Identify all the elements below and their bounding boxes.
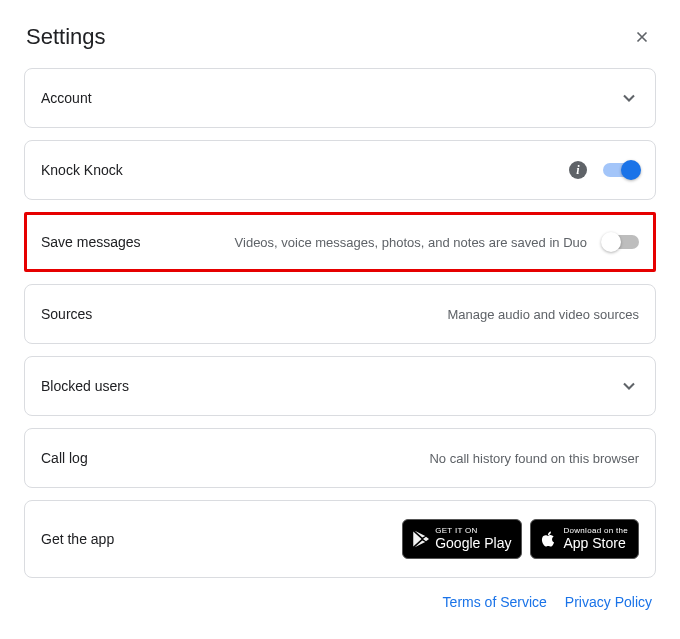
account-row[interactable]: Account	[24, 68, 656, 128]
save-messages-desc: Videos, voice messages, photos, and note…	[235, 235, 587, 250]
save-messages-toggle[interactable]	[603, 235, 639, 249]
chevron-down-icon	[619, 88, 639, 108]
blocked-users-row[interactable]: Blocked users	[24, 356, 656, 416]
settings-header: Settings	[24, 24, 656, 50]
google-play-large: Google Play	[435, 536, 511, 551]
save-messages-row: Save messages Videos, voice messages, ph…	[24, 212, 656, 272]
app-store-large: App Store	[563, 536, 628, 551]
save-messages-label: Save messages	[41, 234, 141, 250]
apple-icon	[539, 529, 557, 549]
knock-knock-row: Knock Knock i	[24, 140, 656, 200]
page-title: Settings	[26, 24, 106, 50]
footer-links: Terms of Service Privacy Policy	[24, 590, 656, 610]
info-icon[interactable]: i	[569, 161, 587, 179]
sources-row[interactable]: Sources Manage audio and video sources	[24, 284, 656, 344]
close-button[interactable]	[630, 25, 654, 49]
get-app-label: Get the app	[41, 531, 114, 547]
chevron-down-icon	[619, 376, 639, 396]
sources-label: Sources	[41, 306, 92, 322]
google-play-button[interactable]: GET IT ON Google Play	[402, 519, 522, 559]
knock-knock-label: Knock Knock	[41, 162, 123, 178]
blocked-users-label: Blocked users	[41, 378, 129, 394]
account-label: Account	[41, 90, 92, 106]
call-log-desc: No call history found on this browser	[429, 451, 639, 466]
app-store-button[interactable]: Download on the App Store	[530, 519, 639, 559]
get-app-row: Get the app GET IT ON Google Play Downlo…	[24, 500, 656, 578]
call-log-row: Call log No call history found on this b…	[24, 428, 656, 488]
call-log-label: Call log	[41, 450, 88, 466]
privacy-link[interactable]: Privacy Policy	[565, 594, 652, 610]
google-play-icon	[411, 529, 429, 549]
close-icon	[633, 28, 651, 46]
sources-desc: Manage audio and video sources	[447, 307, 639, 322]
knock-knock-toggle[interactable]	[603, 163, 639, 177]
terms-link[interactable]: Terms of Service	[443, 594, 547, 610]
